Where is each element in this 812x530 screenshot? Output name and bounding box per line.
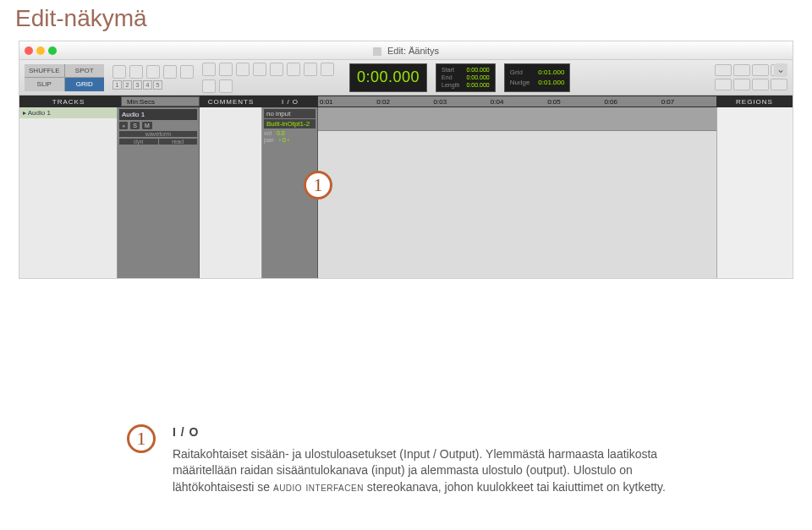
main-counter-value: 0:00.000 bbox=[357, 68, 420, 86]
mode-spot[interactable]: SPOT bbox=[65, 64, 105, 78]
rtz-icon[interactable] bbox=[715, 79, 732, 90]
minimize-icon[interactable] bbox=[36, 46, 45, 55]
solo-button[interactable]: S bbox=[130, 122, 140, 129]
toolbar: SHUFFLE SPOT SLIP GRID 12345 0:00.000 St… bbox=[19, 60, 793, 96]
selection-counters: Start0:00.000 End0:00.000 Length0:00.000 bbox=[436, 63, 496, 92]
edit-tools[interactable] bbox=[202, 63, 337, 93]
input-selector[interactable]: no input bbox=[264, 109, 315, 118]
zoom-presets[interactable]: 12345 bbox=[112, 80, 194, 90]
comments-header: COMMENTS bbox=[200, 98, 262, 106]
mode-shuffle[interactable]: SHUFFLE bbox=[25, 64, 64, 78]
rewind-icon[interactable] bbox=[733, 79, 750, 90]
record-icon[interactable] bbox=[715, 64, 732, 76]
track-name[interactable]: Audio 1 bbox=[119, 109, 197, 120]
output-selector[interactable]: Built-inOtpt1-2 bbox=[264, 119, 315, 128]
close-icon[interactable] bbox=[25, 46, 33, 55]
title-bar: Edit: Äänitys bbox=[19, 41, 793, 60]
pan-label: pan bbox=[264, 137, 274, 143]
automation-read[interactable]: read bbox=[159, 139, 198, 145]
timebase-selector[interactable]: Min:Secs bbox=[121, 96, 200, 107]
edit-mode-selector[interactable]: SHUFFLE SPOT SLIP GRID bbox=[25, 64, 104, 91]
stop-icon[interactable] bbox=[733, 64, 750, 76]
main-counter[interactable]: 0:00.000 bbox=[349, 63, 427, 92]
mute-button[interactable]: M bbox=[142, 122, 152, 129]
track-lane[interactable] bbox=[318, 107, 716, 131]
ffwd-icon[interactable] bbox=[752, 79, 769, 90]
regions-header: REGIONS bbox=[716, 98, 793, 106]
vol-value: 0.0 bbox=[277, 130, 285, 136]
caption-body: Raitakohtaiset sisään- ja ulostuloasetuk… bbox=[173, 446, 689, 496]
comments-column[interactable] bbox=[200, 107, 262, 278]
timeline-area[interactable] bbox=[318, 107, 716, 278]
pan-value: › 0 ‹ bbox=[279, 137, 289, 143]
record-enable[interactable]: ● bbox=[119, 122, 128, 129]
grid-nudge[interactable]: Grid0:01.000 Nudge0:01.000 bbox=[504, 63, 571, 92]
io-header: I / O bbox=[262, 98, 318, 106]
track-list-name: Audio 1 bbox=[28, 109, 51, 117]
column-headers: TRACKS Min:Secs COMMENTS I / O 0:010:020… bbox=[19, 96, 793, 107]
app-screenshot: ⌄ Edit: Äänitys SHUFFLE SPOT SLIP GRID 1… bbox=[19, 41, 793, 279]
track-header[interactable]: Audio 1 ● S M waveform dyn read bbox=[118, 107, 200, 278]
window-controls[interactable] bbox=[25, 46, 57, 55]
caption-heading: I / O bbox=[173, 424, 689, 441]
vol-label: vol bbox=[264, 130, 272, 136]
timeline-ruler[interactable]: 0:010:020:030:040:050:060:07 bbox=[318, 96, 716, 107]
zoom-icon[interactable] bbox=[48, 46, 57, 55]
toolbar-collapse-icon[interactable]: ⌄ bbox=[774, 63, 787, 77]
play-icon[interactable] bbox=[752, 64, 769, 76]
page-title: Edit-näkymä bbox=[0, 0, 812, 39]
elastic-dyn[interactable]: dyn bbox=[119, 139, 158, 145]
workspace: ▸ Audio 1 Audio 1 ● S M waveform dyn rea… bbox=[19, 107, 793, 278]
caption-1: 1 I / O Raitakohtaiset sisään- ja ulostu… bbox=[127, 424, 710, 495]
callout-marker-1: 1 bbox=[304, 171, 332, 199]
regions-list[interactable] bbox=[716, 107, 793, 278]
caption-marker-1: 1 bbox=[127, 424, 156, 453]
disclosure-icon[interactable]: ▸ bbox=[23, 109, 26, 117]
mode-slip[interactable]: SLIP bbox=[25, 78, 64, 91]
track-view[interactable]: waveform bbox=[119, 131, 197, 137]
track-list-item[interactable]: ▸ Audio 1 bbox=[19, 107, 117, 118]
tracks-list[interactable]: ▸ Audio 1 bbox=[19, 107, 118, 278]
tracks-header: TRACKS bbox=[19, 98, 118, 106]
goto-end-icon[interactable] bbox=[771, 79, 787, 90]
zoom-tools[interactable] bbox=[112, 65, 194, 79]
window-title: Edit: Äänitys bbox=[387, 46, 439, 56]
document-icon bbox=[373, 47, 381, 56]
mode-grid[interactable]: GRID bbox=[65, 78, 105, 91]
